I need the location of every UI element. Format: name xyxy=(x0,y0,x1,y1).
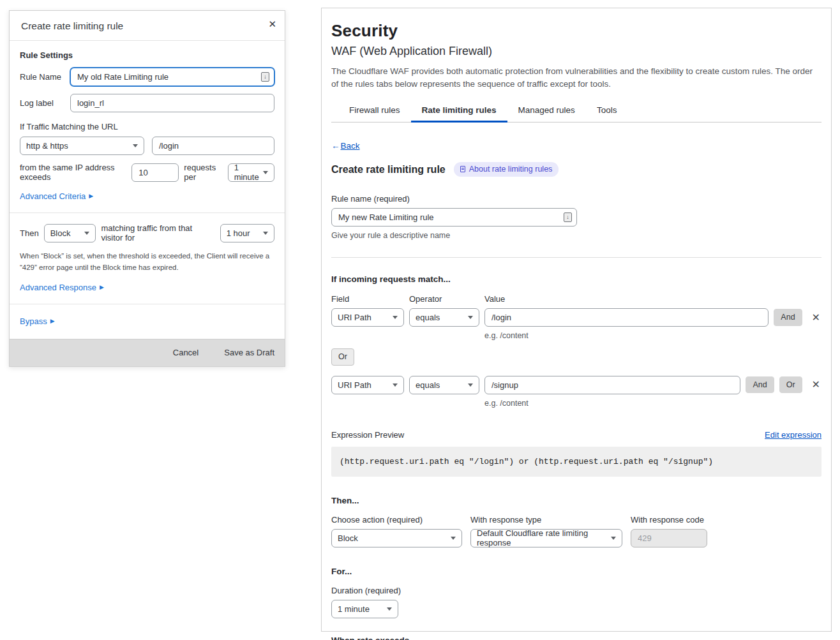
chevron-down-icon xyxy=(393,383,398,387)
about-rate-limiting-badge[interactable]: About rate limiting rules xyxy=(454,162,559,177)
chevron-down-icon xyxy=(263,171,268,174)
chevron-down-icon xyxy=(133,144,138,147)
tab-managed-rules[interactable]: Managed rules xyxy=(507,100,586,122)
advanced-criteria-link[interactable]: Advanced Criteria ▶ xyxy=(20,191,93,201)
action-select[interactable]: Block xyxy=(331,529,462,547)
rule-settings-heading: Rule Settings xyxy=(20,50,274,60)
duration-select[interactable]: 1 minute xyxy=(331,600,398,618)
chevron-down-icon xyxy=(84,232,89,235)
chevron-down-icon xyxy=(263,232,268,235)
then-heading: Then... xyxy=(331,496,821,505)
match-heading: If incoming requests match... xyxy=(331,274,821,284)
dialog-header: Create rate limiting rule ✕ xyxy=(10,11,285,41)
response-code-input xyxy=(631,529,707,547)
value-column-label: Value xyxy=(484,294,505,304)
field-select[interactable]: URI Path xyxy=(331,308,404,327)
tab-tools[interactable]: Tools xyxy=(586,100,628,122)
waf-tabs: Firewall rules Rate limiting rules Manag… xyxy=(331,100,821,123)
then-text: Then xyxy=(20,228,39,238)
rate-heading: When rate exceeds... xyxy=(331,636,821,640)
choose-action-label: Choose action (required) xyxy=(331,515,462,525)
requests-input[interactable] xyxy=(131,163,179,182)
response-type-select[interactable]: Default Cloudflare rate limiting respons… xyxy=(470,529,622,547)
page-title: Security xyxy=(331,21,821,41)
duration-label: Duration (required) xyxy=(331,586,821,595)
operator-column-label: Operator xyxy=(409,294,479,304)
value-hint: e.g. /content xyxy=(484,331,821,340)
bypass-link[interactable]: Bypass ▶ xyxy=(20,316,55,326)
or-button[interactable]: Or xyxy=(779,376,802,394)
chevron-down-icon xyxy=(468,383,473,387)
period-select[interactable]: 1 minute xyxy=(228,163,274,182)
value-input[interactable] xyxy=(484,376,740,394)
rule-name-helper: Give your rule a descriptive name xyxy=(331,231,821,240)
value-input[interactable] xyxy=(484,308,769,327)
document-icon xyxy=(460,166,465,172)
back-link[interactable]: ← Back xyxy=(331,141,360,151)
block-note: When “Block” is set, when the threshold … xyxy=(20,251,274,274)
caret-right-icon: ▶ xyxy=(89,193,93,199)
chevron-down-icon xyxy=(393,316,398,319)
exceeds-text: from the same IP address exceeds xyxy=(20,163,126,182)
and-button[interactable]: And xyxy=(774,309,802,326)
tab-rate-limiting-rules[interactable]: Rate limiting rules xyxy=(411,100,507,122)
for-heading: For... xyxy=(331,567,821,576)
matching-text: matching traffic from that visitor for xyxy=(101,223,214,242)
or-connector-button[interactable]: Or xyxy=(331,348,354,366)
chevron-down-icon xyxy=(451,537,456,540)
url-input[interactable] xyxy=(152,137,274,155)
action-select[interactable]: Block xyxy=(44,224,96,242)
log-label-input[interactable] xyxy=(70,94,274,112)
log-label-label: Log label xyxy=(20,98,70,108)
advanced-response-link[interactable]: Advanced Response ▶ xyxy=(20,283,104,292)
rule-name-input[interactable] xyxy=(70,68,274,86)
chevron-down-icon xyxy=(611,537,616,540)
chevron-down-icon xyxy=(468,316,473,319)
close-icon[interactable]: ✕ xyxy=(268,19,276,30)
rule-name-label: Rule Name xyxy=(20,72,70,82)
save-as-draft-button[interactable]: Save as Draft xyxy=(224,348,274,357)
chevron-down-icon xyxy=(387,607,392,611)
response-code-label: With response code xyxy=(631,515,707,525)
divider xyxy=(331,257,821,258)
duration-select[interactable]: 1 hour xyxy=(220,224,274,242)
traffic-matching-heading: If Traffic Matching the URL xyxy=(20,122,274,131)
requests-per-text: requests per xyxy=(184,163,222,182)
rule-name-label: Rule name (required) xyxy=(331,194,821,204)
rule-name-input[interactable] xyxy=(331,208,577,227)
back-arrow-icon: ← xyxy=(331,141,340,151)
autofill-icon[interactable]: ↓ xyxy=(564,212,572,222)
response-type-label: With response type xyxy=(470,515,622,525)
form-title: Create rate limiting rule xyxy=(331,164,446,175)
expression-code: (http.request.uri.path eq "/login") or (… xyxy=(331,447,821,477)
remove-condition-icon[interactable]: ✕ xyxy=(811,313,821,323)
edit-expression-link[interactable]: Edit expression xyxy=(765,430,821,440)
field-column-label: Field xyxy=(331,294,404,304)
expression-preview-label: Expression Preview xyxy=(331,430,404,440)
dialog-footer: Cancel Save as Draft xyxy=(10,339,285,366)
divider xyxy=(10,304,285,304)
create-rate-limit-dialog: Create rate limiting rule ✕ Rule Setting… xyxy=(9,10,285,367)
dialog-title: Create rate limiting rule xyxy=(21,20,123,31)
condition-row: URI Path equals And ✕ xyxy=(331,308,821,327)
remove-condition-icon[interactable]: ✕ xyxy=(811,380,821,390)
and-button[interactable]: And xyxy=(746,376,774,394)
divider xyxy=(10,212,285,213)
caret-right-icon: ▶ xyxy=(100,285,104,290)
security-waf-panel: Security WAF (Web Application Firewall) … xyxy=(321,8,832,632)
scheme-select[interactable]: http & https xyxy=(20,137,144,155)
field-select[interactable]: URI Path xyxy=(331,376,404,394)
caret-right-icon: ▶ xyxy=(50,318,55,324)
autofill-icon[interactable]: ↓ xyxy=(261,72,269,82)
cancel-button[interactable]: Cancel xyxy=(173,348,199,357)
tab-firewall-rules[interactable]: Firewall rules xyxy=(338,100,411,122)
page-description: The Cloudflare WAF provides both automat… xyxy=(331,65,821,90)
page-subtitle: WAF (Web Application Firewall) xyxy=(331,45,821,58)
operator-select[interactable]: equals xyxy=(409,308,479,327)
operator-select[interactable]: equals xyxy=(409,376,479,394)
value-hint: e.g. /content xyxy=(484,399,821,408)
condition-row: URI Path equals And Or ✕ xyxy=(331,376,821,394)
